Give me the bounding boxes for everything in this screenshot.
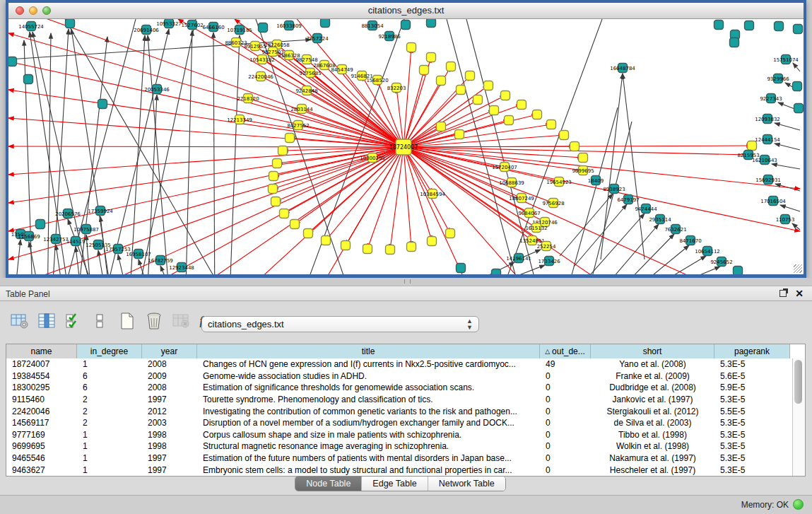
graph-node[interactable]: [322, 236, 331, 245]
table-selector-dropdown[interactable]: citations_edges.txt ▲▼: [201, 316, 479, 332]
graph-node[interactable]: [793, 82, 802, 91]
graph-node[interactable]: [473, 95, 483, 105]
graph-node[interactable]: [428, 237, 437, 246]
graph-node[interactable]: [570, 142, 579, 151]
panel-divider[interactable]: [0, 278, 812, 286]
graph-edge[interactable]: [780, 205, 800, 211]
table-row[interactable]: 1938455462009Genome-wide association stu…: [6, 370, 793, 382]
graph-node[interactable]: [447, 62, 456, 71]
graph-edge[interactable]: [284, 147, 404, 214]
graph-node[interactable]: [505, 116, 514, 125]
float-panel-icon[interactable]: [779, 290, 787, 297]
graph-node[interactable]: [560, 131, 569, 140]
table-row[interactable]: 946362711997Embryonic stem cells: a mode…: [6, 464, 793, 476]
table-row[interactable]: 1872400712008Changes of HCN gene express…: [6, 358, 793, 370]
graph-edge[interactable]: [139, 259, 148, 274]
graph-node[interactable]: [363, 245, 372, 254]
graph-node[interactable]: [386, 245, 395, 255]
graph-edge[interactable]: [404, 147, 800, 231]
graph-edge[interactable]: [160, 266, 170, 274]
tab-network-table[interactable]: Network Table: [428, 477, 505, 491]
graph-node[interactable]: [8, 57, 17, 66]
graph-edge[interactable]: [8, 90, 404, 147]
graph-node[interactable]: [457, 264, 466, 273]
table-row[interactable]: 969969511998Structural magnetic resonanc…: [6, 440, 793, 452]
graph-node[interactable]: [714, 21, 724, 30]
graph-edge[interactable]: [8, 147, 404, 203]
graph-edge[interactable]: [262, 59, 404, 147]
graph-node[interactable]: [407, 43, 416, 52]
graph-node[interactable]: [420, 66, 429, 75]
graph-node[interactable]: [492, 269, 501, 275]
memory-indicator[interactable]: Memory: OK: [741, 499, 804, 510]
table-row[interactable]: 946554611997Estimation of the future num…: [6, 452, 793, 465]
graph-node[interactable]: [259, 23, 268, 33]
graph-node[interactable]: [286, 134, 295, 143]
graph-edge[interactable]: [390, 147, 404, 250]
graph-node[interactable]: [401, 21, 411, 30]
delete-column-button[interactable]: [144, 312, 163, 331]
select-all-rows-button[interactable]: [64, 312, 83, 331]
graph-node[interactable]: [273, 159, 282, 168]
table-row[interactable]: 1830029562008Estimation of significance …: [6, 382, 793, 394]
graph-edge[interactable]: [622, 234, 674, 274]
vertical-scrollbar[interactable]: [792, 358, 805, 476]
graph-node[interactable]: [455, 130, 464, 139]
graph-edge[interactable]: [772, 164, 800, 169]
column-header-name[interactable]: name: [6, 344, 77, 358]
table-row[interactable]: 977716911998Corpus callosum shape and si…: [6, 429, 793, 441]
column-header-title[interactable]: title: [197, 344, 540, 358]
scrollbar-thumb[interactable]: [794, 360, 802, 404]
graph-node[interactable]: [66, 19, 75, 28]
graph-node[interactable]: [745, 21, 754, 30]
graph-node[interactable]: [269, 185, 278, 194]
graph-node[interactable]: [775, 22, 784, 31]
graph-edge[interactable]: [404, 105, 522, 147]
graph-node[interactable]: [547, 120, 556, 129]
table-row[interactable]: 2242004622012Investigating the contribut…: [6, 405, 793, 417]
graph-edge[interactable]: [283, 147, 404, 151]
graph-node[interactable]: [269, 172, 278, 181]
graph-node[interactable]: [290, 220, 300, 229]
select-columns-button[interactable]: [37, 312, 56, 331]
graph-node[interactable]: [437, 122, 446, 132]
network-canvas[interactable]: 1872400718300295886012389129551822605898…: [8, 19, 804, 274]
graph-node[interactable]: [484, 81, 493, 90]
graph-node[interactable]: [341, 241, 351, 250]
table-settings-button[interactable]: [10, 312, 29, 331]
graph-node[interactable]: [278, 146, 288, 156]
graph-node[interactable]: [446, 229, 455, 238]
graph-node[interactable]: [490, 106, 499, 115]
graph-edge[interactable]: [606, 224, 659, 274]
tab-edge-table[interactable]: Edge Table: [362, 477, 428, 491]
graph-edge[interactable]: [29, 242, 38, 274]
graph-node[interactable]: [794, 25, 803, 34]
graph-edge[interactable]: [623, 74, 645, 259]
graph-edge[interactable]: [8, 147, 404, 175]
graph-edge[interactable]: [8, 118, 404, 147]
graph-edge[interactable]: [8, 33, 404, 147]
column-header-out_degree[interactable]: △out_de...: [540, 344, 591, 358]
graph-node[interactable]: [794, 104, 804, 113]
graph-edge[interactable]: [775, 123, 800, 130]
table-row[interactable]: 1456911722003Disruption of a novel membe…: [6, 417, 793, 429]
graph-edge[interactable]: [100, 29, 169, 274]
graph-edge[interactable]: [213, 33, 215, 274]
tab-node-table[interactable]: Node Table: [295, 477, 362, 491]
graph-edge[interactable]: [574, 204, 627, 267]
new-column-button[interactable]: [117, 312, 136, 331]
network-window-titlebar[interactable]: citations_edges.txt: [8, 3, 804, 19]
graph-node[interactable]: [427, 53, 436, 62]
graph-node[interactable]: [533, 110, 542, 119]
graph-edge[interactable]: [775, 144, 800, 150]
graph-edge[interactable]: [129, 35, 145, 274]
column-header-pagerank[interactable]: pagerank: [714, 344, 790, 358]
graph-node[interactable]: [271, 197, 281, 206]
graph-edge[interactable]: [308, 147, 404, 233]
graph-node[interactable]: [437, 76, 446, 86]
graph-node[interactable]: [321, 19, 330, 28]
graph-node[interactable]: [466, 71, 475, 81]
graph-node[interactable]: [407, 243, 416, 252]
table-row[interactable]: 911546021997Tourette syndrome. Phenomeno…: [6, 394, 793, 406]
graph-edge[interactable]: [86, 235, 90, 274]
